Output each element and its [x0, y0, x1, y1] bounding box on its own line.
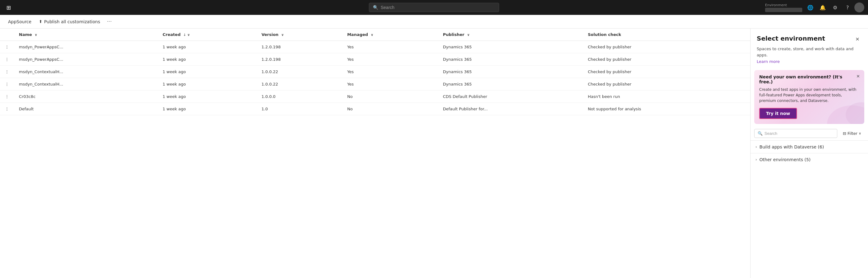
more-options-button[interactable]: ··· — [104, 17, 114, 26]
env-group-other-header[interactable]: › Other environments (5) — [750, 153, 868, 166]
cell-name: Cr03c8c — [14, 91, 158, 103]
cell-name: msdyn_ContextualH... — [14, 78, 158, 91]
table-header: Name ∨ Created ↓ ∨ Version ∨ Managed ∨ — [0, 29, 750, 41]
promo-card-close-button[interactable]: ✕ — [855, 72, 862, 80]
env-group-other-chevron-icon: › — [755, 157, 757, 162]
col-version-label: Version — [261, 32, 278, 37]
filter-button[interactable]: ⊟ Filter ∨ — [840, 129, 864, 137]
cell-solution-check: Checked by publisher — [583, 41, 750, 53]
col-publisher-sort-icon: ∨ — [467, 33, 470, 37]
row-context-menu-button[interactable]: ⋮ — [0, 91, 14, 103]
environment-value[interactable] — [765, 8, 802, 12]
cell-version: 1.2.0.198 — [256, 53, 342, 66]
env-group-dataverse-chevron-icon: › — [755, 145, 757, 149]
help-icon-btn[interactable]: ? — [842, 2, 853, 13]
cell-managed: No — [342, 103, 438, 115]
cell-created: 1 week ago — [158, 66, 257, 78]
col-name[interactable]: Name ∨ — [14, 29, 158, 41]
table-row: ⋮ msdyn_PowerAppsC... 1 week ago 1.2.0.1… — [0, 41, 750, 53]
cell-publisher: Dynamics 365 — [438, 66, 583, 78]
appsource-button[interactable]: AppSource — [5, 18, 34, 26]
cell-managed: Yes — [342, 78, 438, 91]
solutions-table: Name ∨ Created ↓ ∨ Version ∨ Managed ∨ — [0, 29, 750, 115]
cell-solution-check: Checked by publisher — [583, 78, 750, 91]
col-created[interactable]: Created ↓ ∨ — [158, 29, 257, 41]
environment-label: Environment — [765, 3, 787, 7]
cell-version: 1.0.0.0 — [256, 91, 342, 103]
cell-created: 1 week ago — [158, 41, 257, 53]
learn-more-link[interactable]: Learn more — [750, 58, 868, 68]
side-panel-close-button[interactable]: ✕ — [853, 35, 862, 43]
main-layout: Name ∨ Created ↓ ∨ Version ∨ Managed ∨ — [0, 29, 868, 278]
cell-publisher: Default Publisher for... — [438, 103, 583, 115]
environment-selector: Environment — [765, 3, 802, 12]
row-context-menu-button[interactable]: ⋮ — [0, 41, 14, 53]
globe-icon-btn[interactable]: 🌐 — [805, 2, 816, 13]
cell-created: 1 week ago — [158, 103, 257, 115]
content-area: Name ∨ Created ↓ ∨ Version ∨ Managed ∨ — [0, 29, 750, 278]
cell-solution-check: Hasn't been run — [583, 91, 750, 103]
filter-icon: ⊟ — [843, 131, 846, 136]
nav-search-input[interactable] — [381, 5, 495, 10]
col-publisher[interactable]: Publisher ∨ — [438, 29, 583, 41]
appsource-label: AppSource — [8, 19, 31, 24]
cell-managed: Yes — [342, 41, 438, 53]
user-avatar[interactable] — [855, 2, 864, 12]
publish-icon: ⬆ — [39, 19, 42, 24]
promo-card-title: Need your own environment? (It's free.) — [759, 74, 859, 84]
table-row: ⋮ msdyn_ContextualH... 1 week ago 1.0.0.… — [0, 78, 750, 91]
side-panel-title: Select environment — [757, 35, 825, 42]
env-group-other-label: Other environments (5) — [760, 157, 863, 162]
sub-toolbar: AppSource ⬆ Publish all customizations ·… — [0, 15, 868, 29]
col-name-label: Name — [19, 32, 32, 37]
publish-all-label: Publish all customizations — [44, 19, 100, 24]
filter-chevron-icon: ∨ — [859, 131, 861, 135]
cell-publisher: Dynamics 365 — [438, 53, 583, 66]
try-it-now-button[interactable]: Try it now — [759, 108, 797, 119]
top-nav: ⊞ 🔍 Environment 🌐 🔔 ⚙ ? — [0, 0, 868, 15]
settings-icon-btn[interactable]: ⚙ — [830, 2, 841, 13]
col-created-sort-icon: ↓ ∨ — [183, 33, 190, 37]
row-context-menu-button[interactable]: ⋮ — [0, 103, 14, 115]
row-context-menu-button[interactable]: ⋮ — [0, 78, 14, 91]
env-group-other: › Other environments (5) — [750, 153, 868, 166]
env-search-input[interactable] — [765, 131, 834, 136]
cell-version: 1.0.0.22 — [256, 66, 342, 78]
table-row: ⋮ msdyn_ContextualH... 1 week ago 1.0.0.… — [0, 66, 750, 78]
row-context-menu-button[interactable]: ⋮ — [0, 53, 14, 66]
col-managed-label: Managed — [347, 32, 368, 37]
cell-name: Default — [14, 103, 158, 115]
cell-publisher: Dynamics 365 — [438, 78, 583, 91]
col-publisher-label: Publisher — [443, 32, 464, 37]
waffle-icon[interactable]: ⊞ — [4, 2, 13, 12]
cell-publisher: Dynamics 365 — [438, 41, 583, 53]
side-panel-subtitle: Spaces to create, store, and work with d… — [750, 43, 868, 58]
env-group-dataverse-header[interactable]: › Build apps with Dataverse (6) — [750, 141, 868, 153]
cell-name: msdyn_PowerAppsC... — [14, 53, 158, 66]
row-menu-col — [0, 29, 14, 41]
env-search-filter-row: 🔍 ⊟ Filter ∨ — [750, 126, 868, 141]
cell-created: 1 week ago — [158, 78, 257, 91]
env-search-bar: 🔍 — [754, 129, 837, 138]
cell-publisher: CDS Default Publisher — [438, 91, 583, 103]
promo-decoration — [827, 99, 864, 124]
table-row: ⋮ Default 1 week ago 1.0 No Default Publ… — [0, 103, 750, 115]
cell-managed: Yes — [342, 66, 438, 78]
cell-version: 1.0 — [256, 103, 342, 115]
env-search-icon: 🔍 — [757, 131, 763, 136]
cell-name: msdyn_ContextualH... — [14, 66, 158, 78]
cell-solution-check: Not supported for analysis — [583, 103, 750, 115]
notifications-icon-btn[interactable]: 🔔 — [817, 2, 828, 13]
col-name-sort-icon: ∨ — [35, 33, 37, 37]
publish-all-button[interactable]: ⬆ Publish all customizations — [36, 18, 103, 26]
row-context-menu-button[interactable]: ⋮ — [0, 66, 14, 78]
table-row: ⋮ msdyn_PowerAppsC... 1 week ago 1.2.0.1… — [0, 53, 750, 66]
col-version[interactable]: Version ∨ — [256, 29, 342, 41]
promo-card: ✕ Need your own environment? (It's free.… — [754, 70, 864, 124]
col-managed[interactable]: Managed ∨ — [342, 29, 438, 41]
col-solution-check-label: Solution check — [588, 32, 621, 37]
svg-point-1 — [846, 102, 864, 124]
col-solution-check: Solution check — [583, 29, 750, 41]
side-panel: Select environment ✕ Spaces to create, s… — [750, 29, 868, 278]
env-group-dataverse-label: Build apps with Dataverse (6) — [760, 145, 863, 149]
